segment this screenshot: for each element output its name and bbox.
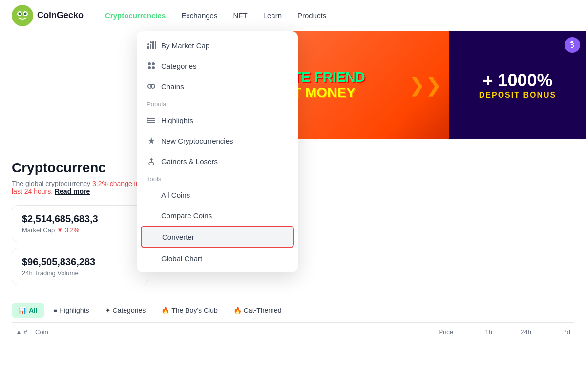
- bonus-label: DEPOSIT BONUS: [479, 91, 556, 100]
- all-icon: 📊: [19, 307, 27, 314]
- tab-categories[interactable]: ✦ Categories: [98, 303, 153, 318]
- categories-icon: ✦: [105, 307, 111, 314]
- svg-point-11: [152, 41, 154, 42]
- market-cap-icon: [146, 41, 156, 50]
- page-subtitle: The global cryptocurrency 3.2% change in…: [12, 180, 158, 195]
- dropdown-label-market-cap: By Market Cap: [161, 41, 209, 50]
- svg-point-22: [147, 120, 149, 121]
- nav-cryptocurrencies[interactable]: Cryptocurrencies: [99, 7, 171, 23]
- dropdown-label-chains: Chains: [161, 83, 184, 91]
- dropdown-section-popular: Popular: [137, 97, 298, 110]
- tab-boys-club[interactable]: 🔥 The Boy's Club: [154, 303, 225, 318]
- svg-marker-24: [148, 137, 155, 144]
- svg-point-14: [148, 66, 151, 69]
- svg-point-10: [150, 41, 152, 43]
- tab-highlights[interactable]: ≡ Highlights: [46, 303, 96, 318]
- volume-value: $96,505,836,283: [22, 256, 138, 268]
- dropdown-label-new-cryptos: New Cryptocurrencies: [161, 137, 233, 145]
- svg-point-15: [152, 66, 155, 69]
- dropdown-compare-coins[interactable]: Compare Coins: [137, 205, 298, 226]
- stats-row: $2,514,685,683,3 Market Cap ▼ 3.2% $96,5…: [12, 205, 148, 285]
- svg-point-12: [148, 62, 151, 65]
- logo[interactable]: CoinGecko: [12, 5, 84, 26]
- all-coins-spacer: [146, 190, 156, 200]
- market-cap-value: $2,514,685,683,3: [22, 213, 138, 225]
- new-crypto-icon: [146, 136, 156, 145]
- dropdown-categories[interactable]: Categories: [137, 56, 298, 76]
- svg-rect-7: [152, 42, 154, 49]
- svg-point-13: [152, 62, 155, 65]
- nav-learn[interactable]: Learn: [257, 7, 288, 23]
- svg-rect-8: [155, 41, 156, 49]
- table-header: ▲ # Coin Price 1h 24h 7d: [12, 323, 574, 342]
- nav-nft[interactable]: NFT: [227, 7, 253, 23]
- tab-bar: 📊 All ≡ Highlights ✦ Categories 🔥 The Bo…: [12, 299, 574, 323]
- banner-badge-icon: ₿: [565, 37, 580, 53]
- svg-point-3: [19, 12, 21, 15]
- highlights-list-icon: [146, 115, 156, 125]
- dropdown-label-global-chart: Global Chart: [161, 254, 202, 263]
- nav-exchanges[interactable]: Exchanges: [175, 7, 223, 23]
- dropdown-label-highlights: Highlights: [161, 116, 193, 124]
- converter-spacer: [147, 232, 157, 242]
- svg-point-9: [147, 43, 149, 45]
- col-header-rank[interactable]: ▲ #: [16, 329, 35, 336]
- col-header-price: Price: [395, 329, 453, 336]
- logo-icon: [12, 5, 33, 26]
- dropdown-label-converter: Converter: [162, 233, 194, 241]
- dropdown-by-market-cap[interactable]: By Market Cap: [137, 35, 298, 56]
- cat-themed-icon: 🔥: [233, 307, 242, 314]
- dropdown-new-cryptos[interactable]: New Cryptocurrencies: [137, 130, 298, 151]
- volume-label: 24h Trading Volume: [22, 269, 138, 277]
- volume-card: $96,505,836,283 24h Trading Volume: [12, 248, 148, 285]
- categories-dot-icon: [146, 61, 156, 71]
- dropdown-highlights[interactable]: Highlights: [137, 110, 298, 130]
- dropdown-label-all-coins: All Coins: [161, 191, 190, 199]
- dropdown-chains[interactable]: Chains: [137, 76, 298, 97]
- svg-rect-6: [150, 44, 151, 49]
- read-more-link[interactable]: Read more: [55, 187, 90, 195]
- market-cap-card: $2,514,685,683,3 Market Cap ▼ 3.2%: [12, 205, 148, 242]
- svg-point-4: [24, 12, 27, 15]
- bonus-amount: + 1000%: [482, 70, 552, 91]
- dropdown-label-gainers: Gainers & Losers: [161, 157, 218, 165]
- col-header-1h: 1h: [453, 329, 492, 336]
- global-chart-spacer: [146, 253, 156, 263]
- page-title: Cryptocurrenc: [12, 160, 158, 176]
- svg-point-21: [147, 118, 149, 119]
- col-header-7d: 7d: [531, 329, 570, 336]
- dropdown-gainers-losers[interactable]: Gainers & Losers: [137, 151, 298, 171]
- highlights-icon: ≡: [53, 307, 57, 314]
- cryptocurrencies-dropdown: By Market Cap Categories Chains Popular: [137, 31, 298, 272]
- boys-club-icon: 🔥: [161, 307, 169, 314]
- market-cap-label: Market Cap ▼ 3.2%: [22, 227, 138, 234]
- svg-point-0: [14, 7, 31, 24]
- svg-point-23: [147, 122, 149, 123]
- dropdown-converter[interactable]: Converter: [141, 226, 294, 248]
- dropdown-global-chart[interactable]: Global Chart: [137, 248, 298, 268]
- banner-bonus: ₿ + 1000% DEPOSIT BONUS: [449, 31, 586, 139]
- dropdown-label-compare-coins: Compare Coins: [161, 211, 212, 220]
- compare-coins-spacer: [146, 210, 156, 220]
- dropdown-section-tools: Tools: [137, 171, 298, 185]
- dropdown-all-coins[interactable]: All Coins: [137, 185, 298, 205]
- main-nav: Cryptocurrencies Exchanges NFT Learn Pro…: [99, 7, 332, 23]
- header: CoinGecko Cryptocurrencies Exchanges NFT…: [0, 0, 586, 31]
- logo-text: CoinGecko: [37, 10, 84, 21]
- dropdown-label-categories: Categories: [161, 62, 197, 70]
- col-header-24h: 24h: [492, 329, 531, 336]
- svg-point-26: [149, 162, 154, 165]
- tab-cat-themed[interactable]: 🔥 Cat-Themed: [227, 303, 289, 318]
- banner-arrow-icon: ❯❯: [409, 74, 442, 96]
- banner[interactable]: TE FRIEND T MONEY ❯❯ ₿ + 1000% DEPOSIT B…: [283, 31, 586, 139]
- nav-products[interactable]: Products: [292, 7, 332, 23]
- stats-column: Cryptocurrenc The global cryptocurrency …: [12, 160, 158, 293]
- svg-rect-5: [147, 46, 149, 49]
- tab-all[interactable]: 📊 All: [12, 303, 44, 318]
- chains-icon: [146, 82, 156, 91]
- gainers-icon: [146, 156, 156, 166]
- col-header-coin: Coin: [35, 329, 395, 336]
